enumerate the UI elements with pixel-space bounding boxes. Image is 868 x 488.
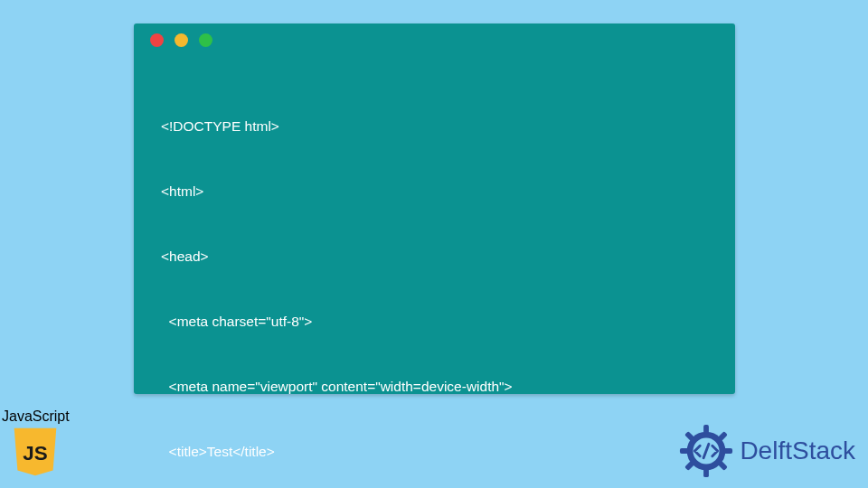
code-window: <!DOCTYPE html> <html> <head> <meta char… <box>134 23 735 394</box>
maximize-icon[interactable] <box>199 33 212 47</box>
svg-rect-2 <box>703 468 709 477</box>
svg-rect-4 <box>724 448 733 454</box>
javascript-shield-icon: JS <box>11 427 60 477</box>
javascript-label: JavaScript <box>2 408 70 425</box>
code-line: <!DOCTYPE html> <box>161 116 708 137</box>
brand-name: DelftStack <box>740 436 855 465</box>
svg-rect-1 <box>703 425 709 434</box>
code-line: <meta name="viewport" content="width=dev… <box>161 376 708 398</box>
js-shield-text: JS <box>24 442 48 465</box>
delftstack-logo: DelftStack <box>678 423 855 479</box>
svg-rect-3 <box>680 448 689 454</box>
code-line: <title>Test</title> <box>161 441 708 463</box>
code-line: <meta charset="utf-8"> <box>161 311 708 333</box>
gear-icon <box>678 423 734 479</box>
javascript-badge: JavaScript JS <box>2 408 70 477</box>
code-body: <!DOCTYPE html> <html> <head> <meta char… <box>134 56 735 488</box>
minimize-icon[interactable] <box>175 33 188 47</box>
code-line: <head> <box>161 246 708 267</box>
close-icon[interactable] <box>150 33 164 47</box>
code-line: <html> <box>161 181 708 202</box>
window-title-bar <box>134 23 735 56</box>
